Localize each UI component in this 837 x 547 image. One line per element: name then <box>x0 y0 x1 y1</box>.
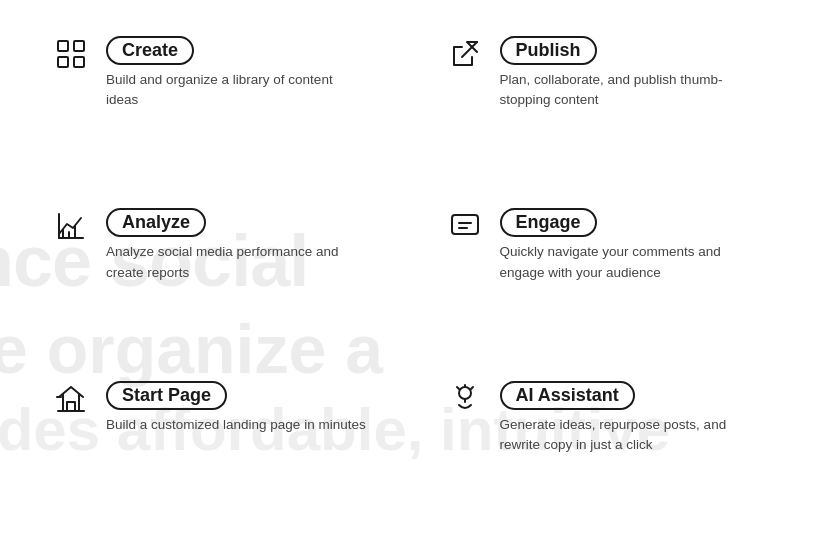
card-create: Create Build and organize a library of c… <box>30 20 414 182</box>
analyze-icon <box>50 208 92 250</box>
svg-line-20 <box>471 387 473 389</box>
start-page-desc: Build a customized landing page in minut… <box>106 415 366 435</box>
ai-assistant-desc: Generate ideas, repurpose posts, and rew… <box>500 415 760 456</box>
start-page-title: Start Page <box>106 381 227 410</box>
svg-point-16 <box>459 387 471 399</box>
engage-title-wrap: Engage <box>500 208 760 237</box>
create-title-wrap: Create <box>106 36 366 65</box>
card-analyze: Analyze Analyze social media performance… <box>30 192 414 354</box>
create-desc: Build and organize a library of content … <box>106 70 366 111</box>
start-page-icon <box>50 381 92 423</box>
analyze-desc: Analyze social media performance and cre… <box>106 242 366 283</box>
publish-content: Publish Plan, collaborate, and publish t… <box>500 36 760 111</box>
svg-rect-3 <box>74 57 84 67</box>
svg-rect-10 <box>452 215 478 234</box>
analyze-title-wrap: Analyze <box>106 208 366 237</box>
publish-title: Publish <box>500 36 597 65</box>
create-icon <box>50 36 92 78</box>
engage-icon <box>444 208 486 250</box>
card-publish: Publish Plan, collaborate, and publish t… <box>424 20 808 182</box>
svg-line-19 <box>457 387 459 389</box>
start-page-title-wrap: Start Page <box>106 381 366 410</box>
svg-rect-13 <box>67 402 75 411</box>
publish-title-wrap: Publish <box>500 36 760 65</box>
create-title: Create <box>106 36 194 65</box>
card-start-page: Start Page Build a customized landing pa… <box>30 365 414 527</box>
svg-rect-2 <box>58 57 68 67</box>
engage-desc: Quickly navigate your comments and engag… <box>500 242 760 283</box>
engage-content: Engage Quickly navigate your comments an… <box>500 208 760 283</box>
svg-rect-1 <box>74 41 84 51</box>
create-content: Create Build and organize a library of c… <box>106 36 366 111</box>
card-ai-assistant: AI Assistant Generate ideas, repurpose p… <box>424 365 808 527</box>
ai-assistant-icon <box>444 381 486 423</box>
start-page-content: Start Page Build a customized landing pa… <box>106 381 366 435</box>
publish-desc: Plan, collaborate, and publish thumb-sto… <box>500 70 760 111</box>
ai-assistant-title: AI Assistant <box>500 381 635 410</box>
publish-icon <box>444 36 486 78</box>
analyze-title: Analyze <box>106 208 206 237</box>
feature-grid: Create Build and organize a library of c… <box>0 0 837 547</box>
ai-assistant-title-wrap: AI Assistant <box>500 381 760 410</box>
card-engage: Engage Quickly navigate your comments an… <box>424 192 808 354</box>
engage-title: Engage <box>500 208 597 237</box>
ai-assistant-content: AI Assistant Generate ideas, repurpose p… <box>500 381 760 456</box>
svg-rect-0 <box>58 41 68 51</box>
analyze-content: Analyze Analyze social media performance… <box>106 208 366 283</box>
